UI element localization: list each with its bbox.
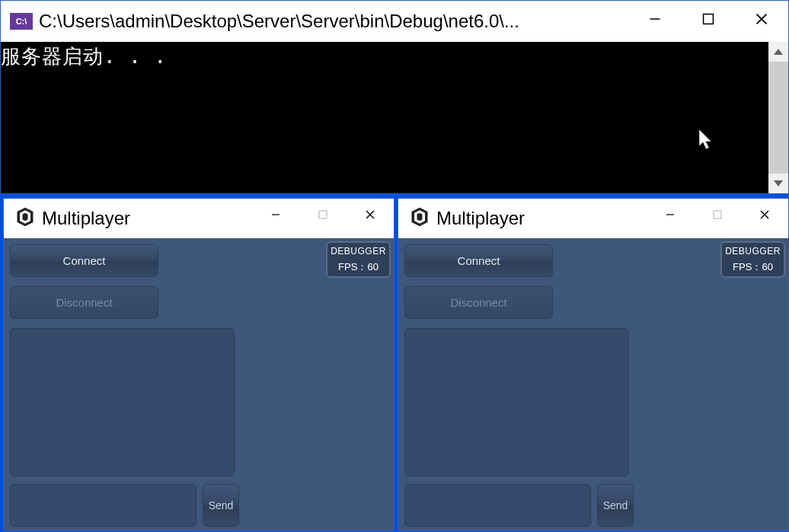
connect-button[interactable]: Connect [10,244,158,277]
svg-rect-11 [714,211,721,218]
console-title: C:\Users\admin\Desktop\Server\Server\bin… [39,11,628,32]
window-controls [628,1,788,42]
unity-window-1: Multiplayer Connect Disconnect Send DEBU… [3,198,394,531]
maximize-button[interactable] [682,1,735,37]
unity-title: Multiplayer [436,208,647,229]
mouse-cursor-icon [699,129,717,158]
close-button[interactable] [347,199,394,231]
scroll-track[interactable] [768,62,788,174]
input-row: Send [10,484,388,527]
window-controls [252,199,394,238]
minimize-button[interactable] [252,199,299,231]
debugger-panel: DEBUGGER FPS：60 [326,241,391,278]
scrollbar[interactable] [768,42,788,193]
scroll-down-icon[interactable] [768,174,788,193]
console-window: C:\ C:\Users\admin\Desktop\Server\Server… [0,0,789,194]
disconnect-button[interactable]: Disconnect [404,286,553,319]
disconnect-button[interactable]: Disconnect [10,286,158,319]
fps-counter: FPS：60 [733,260,773,274]
debugger-panel: DEBUGGER FPS：60 [720,241,785,278]
chat-input[interactable] [404,484,591,527]
svg-rect-7 [319,211,327,218]
scroll-up-icon[interactable] [768,42,788,62]
console-body: 服务器启动. . . [1,42,788,193]
svg-marker-4 [774,49,783,55]
input-row: Send [404,484,782,527]
maximize-button[interactable] [299,199,347,231]
unity-game-view: Connect Disconnect Send DEBUGGER FPS：60 [4,238,394,530]
unity-titlebar: Multiplayer [4,199,394,238]
unity-window-2: Multiplayer Connect Disconnect Send DEBU… [398,198,789,531]
close-button[interactable] [741,199,788,231]
unity-titlebar: Multiplayer [398,199,788,238]
window-controls [647,199,788,238]
console-output: 服务器启动. . . [1,42,788,70]
fps-counter: FPS：60 [338,260,379,274]
unity-logo-icon [409,206,430,231]
unity-game-view: Connect Disconnect Send DEBUGGER FPS：60 [398,238,788,530]
chat-display [404,328,629,476]
send-button[interactable]: Send [597,484,634,527]
connect-button[interactable]: Connect [404,244,553,277]
maximize-button[interactable] [694,199,741,231]
minimize-button[interactable] [628,1,682,37]
unity-logo-icon [14,206,36,231]
debugger-title: DEBUGGER [725,246,781,256]
svg-marker-5 [774,180,783,186]
minimize-button[interactable] [647,199,694,231]
cmd-icon: C:\ [10,13,33,30]
send-button[interactable]: Send [203,484,239,527]
chat-display [10,328,235,476]
chat-input[interactable] [10,484,196,527]
debugger-title: DEBUGGER [331,246,386,256]
unity-title: Multiplayer [42,208,252,229]
console-titlebar: C:\ C:\Users\admin\Desktop\Server\Server… [1,1,788,42]
svg-rect-1 [704,14,714,24]
close-button[interactable] [735,1,788,37]
